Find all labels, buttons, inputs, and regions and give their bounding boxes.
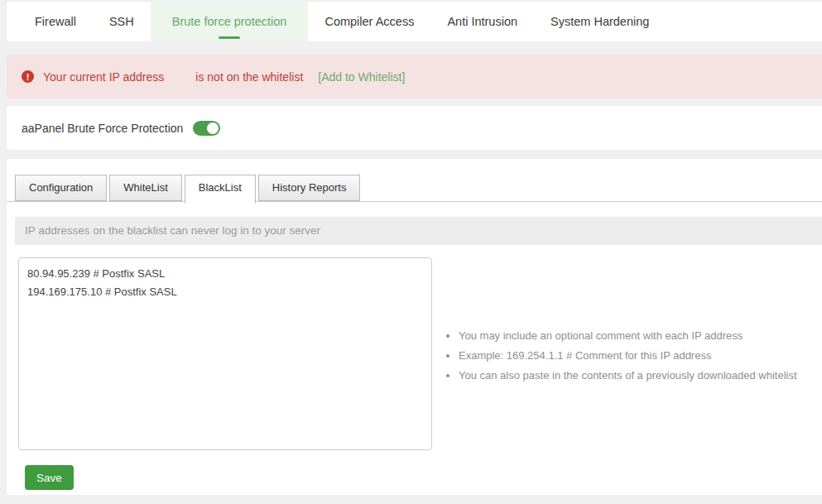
save-button[interactable]: Save (25, 465, 74, 490)
protection-toggle-switch[interactable] (193, 121, 220, 136)
exclamation-circle-icon: ! (22, 70, 34, 83)
tab-brute-force-protection[interactable]: Brute force protection (151, 2, 309, 41)
subtab-history-reports[interactable]: History Reports (258, 175, 361, 201)
tip-item: You can also paste in the contents of a … (459, 368, 797, 382)
tip-item: You may include an optional comment with… (459, 329, 797, 343)
tab-system-hardening[interactable]: System Hardening (534, 2, 666, 41)
warning-message-suffix: is not on the whitelist (195, 70, 303, 84)
protection-toggle-row: aaPanel Brute Force Protection (7, 106, 822, 150)
subtab-blacklist[interactable]: BlackList (185, 175, 256, 204)
blacklist-info-text: IP addresses on the blacklist can never … (15, 217, 822, 245)
blacklist-tips-list: You may include an optional comment with… (445, 257, 797, 450)
blacklist-sub-tabbar: Configuration WhiteList BlackList Histor… (7, 175, 822, 202)
security-top-tabbar: Firewall SSH Brute force protection Comp… (7, 2, 822, 41)
toggle-knob (207, 122, 219, 134)
tab-ssh[interactable]: SSH (93, 2, 151, 41)
tab-anti-intrusion[interactable]: Anti Intrusion (430, 2, 534, 41)
whitelist-warning-banner: ! Your current IP address is not on the … (7, 55, 822, 98)
brute-force-panel: Configuration WhiteList BlackList Histor… (7, 159, 822, 495)
add-to-whitelist-link[interactable]: [Add to Whitelist] (318, 70, 405, 84)
warning-message-prefix: Your current IP address (43, 70, 164, 84)
subtab-whitelist[interactable]: WhiteList (109, 175, 181, 201)
blacklist-ip-textarea[interactable]: 80.94.95.239 # Postfix SASL 194.169.175.… (18, 257, 432, 450)
tab-firewall[interactable]: Firewall (18, 2, 93, 41)
tip-item: Example: 169.254.1.1 # Comment for this … (459, 348, 797, 362)
protection-toggle-label: aaPanel Brute Force Protection (22, 122, 183, 135)
blacklist-content-row: 80.94.95.239 # Postfix SASL 194.169.175.… (7, 257, 822, 450)
tab-compiler-access[interactable]: Compiler Access (308, 2, 430, 41)
subtab-configuration[interactable]: Configuration (15, 175, 107, 201)
